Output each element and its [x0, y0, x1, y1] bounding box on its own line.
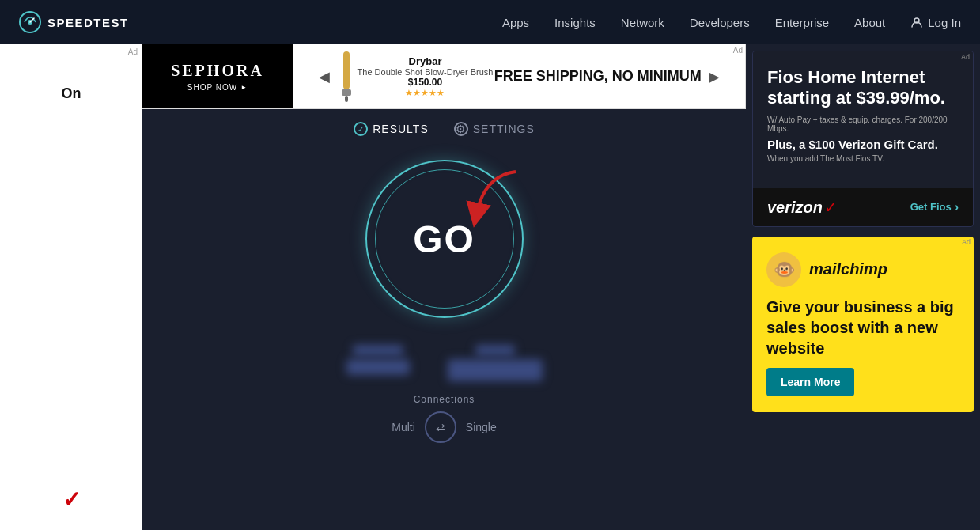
toggle-icon: ⇄	[436, 421, 445, 433]
free-ship-text: FREE SHIPPING, NO MINIMUM	[494, 68, 702, 85]
info-block-right	[448, 345, 543, 381]
top-ads-banner: Ad SEPHORA SHOP NOW ◀ Drybar	[142, 44, 746, 109]
left-ad-text: On	[62, 85, 81, 102]
main-content: Ad SEPHORA SHOP NOW ◀ Drybar	[142, 44, 746, 530]
verizon-check-mark-left: ✓	[62, 489, 81, 511]
go-button-wrapper: GO	[358, 152, 532, 326]
sephora-cta: SHOP NOW	[187, 83, 248, 92]
verizon-logo: verizon✓	[767, 198, 838, 217]
sephora-logo: SEPHORA	[171, 62, 264, 80]
connections-switch[interactable]: ⇄	[425, 411, 456, 443]
tab-bar: ✓ RESULTS ⚙ SETTINGS	[354, 122, 535, 136]
mailchimp-monkey-icon: 🐵	[766, 252, 801, 287]
brush-icon	[337, 51, 356, 102]
connections-area: Connections Multi ⇄ Single	[392, 394, 496, 443]
left-ad-sidebar: Ad On ✓	[0, 44, 142, 530]
connections-toggle: Multi ⇄ Single	[392, 411, 496, 443]
verizon-ad[interactable]: Ad Fios Home Internet starting at $39.99…	[752, 51, 974, 227]
svg-rect-5	[342, 89, 351, 96]
logo[interactable]: SPEEDTEST	[19, 11, 129, 33]
drybar-product	[337, 51, 356, 102]
nav-developers[interactable]: Developers	[690, 16, 750, 29]
get-fios-button[interactable]: Get Fios	[910, 200, 959, 214]
top-ad-label: Ad	[733, 46, 743, 55]
tab-settings[interactable]: ⚙ SETTINGS	[454, 122, 535, 136]
nav-network[interactable]: Network	[621, 16, 664, 29]
svg-rect-4	[343, 51, 350, 89]
drybar-next[interactable]: ▶	[702, 65, 726, 89]
nav-enterprise[interactable]: Enterprise	[775, 16, 829, 29]
nav: Apps Insights Network Developers Enterpr…	[502, 16, 961, 29]
left-ad-label: Ad	[128, 47, 138, 56]
tab-results[interactable]: ✓ RESULTS	[354, 122, 429, 136]
mailchimp-ad-label: Ad	[962, 238, 971, 246]
nav-apps[interactable]: Apps	[502, 16, 529, 29]
drybar-ad[interactable]: ◀ Drybar The Double Shot Blow-Dryer Brus…	[293, 44, 746, 108]
header: SPEEDTEST Apps Insights Network Develope…	[0, 0, 980, 44]
settings-gear-icon: ⚙	[454, 122, 468, 136]
drybar-text: Drybar The Double Shot Blow-Dryer Brush …	[358, 55, 494, 98]
info-value-blur-1	[346, 359, 410, 375]
mailchimp-header: 🐵 mailchimp	[766, 252, 959, 287]
logo-text: SPEEDTEST	[47, 16, 129, 29]
mailchimp-learn-button[interactable]: Learn More	[766, 368, 854, 396]
right-sidebar: Ad Fios Home Internet starting at $39.99…	[746, 44, 980, 530]
info-value-blur-2	[448, 359, 543, 381]
verizon-ad-label: Ad	[961, 53, 970, 61]
login-button[interactable]: Log In	[910, 16, 961, 29]
verizon-footer: verizon✓ Get Fios	[753, 188, 973, 226]
sephora-ad[interactable]: SEPHORA SHOP NOW	[142, 44, 293, 108]
drybar-prev[interactable]: ◀	[312, 65, 336, 89]
go-button[interactable]: GO	[381, 176, 508, 302]
verizon-ad-content: Fios Home Internet starting at $39.99/mo…	[753, 51, 973, 188]
nav-insights[interactable]: Insights	[554, 16, 596, 29]
info-label-blur-2	[475, 345, 515, 356]
info-label-blur-1	[353, 345, 403, 356]
results-icon: ✓	[354, 122, 368, 136]
info-block-left	[346, 345, 410, 381]
info-row	[346, 345, 543, 381]
nav-about[interactable]: About	[854, 16, 885, 29]
speedtest-logo-icon	[19, 11, 41, 33]
user-icon	[910, 16, 923, 28]
mailchimp-ad[interactable]: Ad 🐵 mailchimp Give your business a big …	[752, 237, 974, 412]
svg-rect-6	[345, 96, 348, 102]
speedtest-main: ✓ RESULTS ⚙ SETTINGS GO	[142, 109, 746, 530]
